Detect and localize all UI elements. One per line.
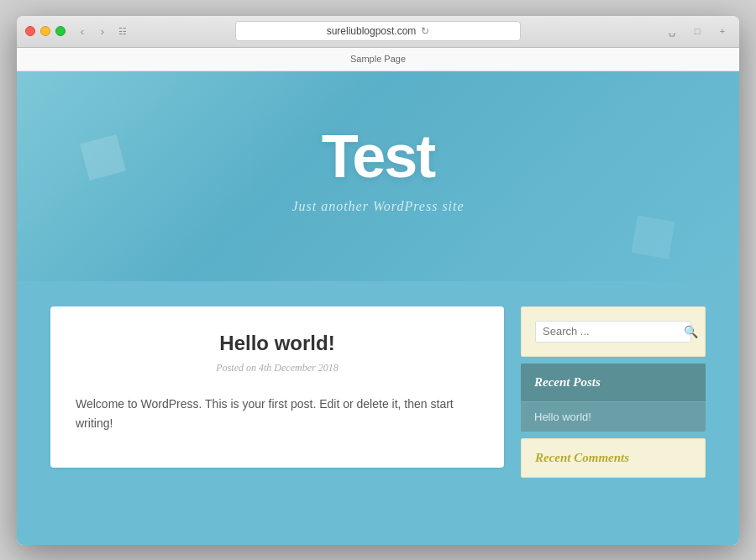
sample-page-link[interactable]: Sample Page <box>350 54 406 64</box>
widget-recent-posts: Recent Posts Hello world! <box>521 364 706 432</box>
site-nav: Sample Page <box>17 48 739 71</box>
sidebar-toggle[interactable]: ☷ <box>114 23 131 39</box>
back-button[interactable]: ‹ <box>74 23 91 39</box>
post-title: Hello world! <box>76 332 479 355</box>
add-tab-button[interactable]: + <box>714 23 731 39</box>
widget-search: 🔍 <box>521 306 706 357</box>
widget-recent-comments: Recent Comments <box>521 438 706 478</box>
recent-comments-title: Recent Comments <box>535 451 691 465</box>
post-meta: Posted on 4th December 2018 <box>76 362 479 374</box>
browser-window: ‹ › ☷ sureliublogpost.com ↻ ⍽ □ + Sample… <box>17 16 739 545</box>
sidebar: 🔍 Recent Posts Hello world! Recent Comme… <box>521 306 706 478</box>
search-box: 🔍 <box>535 321 691 343</box>
hero-section: Test Just another WordPress site <box>17 71 739 281</box>
close-button[interactable] <box>25 26 35 36</box>
main-layout: Hello world! Posted on 4th December 2018… <box>17 281 739 503</box>
recent-post-item[interactable]: Hello world! <box>521 401 706 432</box>
refresh-icon[interactable]: ↻ <box>421 25 429 37</box>
share-button[interactable]: ⍽ <box>664 23 680 39</box>
browser-nav: ‹ › <box>74 23 111 39</box>
address-bar[interactable]: sureliublogpost.com ↻ <box>235 21 521 41</box>
site-tagline: Just another WordPress site <box>34 199 722 214</box>
browser-toolbar-right: ⍽ □ + <box>660 23 731 39</box>
sticky-decoration-2 <box>631 215 675 259</box>
site-title: Test <box>34 122 722 191</box>
post-card: Hello world! Posted on 4th December 2018… <box>50 306 504 468</box>
minimize-button[interactable] <box>40 26 50 36</box>
maximize-button[interactable] <box>55 26 66 36</box>
website-content: Test Just another WordPress site Hello w… <box>17 71 739 545</box>
posts-area: Hello world! Posted on 4th December 2018… <box>50 306 504 468</box>
url-text: sureliublogpost.com <box>327 25 417 37</box>
new-tab-button[interactable]: □ <box>689 23 706 39</box>
browser-titlebar: ‹ › ☷ sureliublogpost.com ↻ ⍽ □ + <box>17 16 739 48</box>
search-input[interactable] <box>543 325 684 338</box>
post-content: Welcome to WordPress. This is your first… <box>76 395 479 435</box>
recent-posts-title: Recent Posts <box>521 364 706 401</box>
search-submit-button[interactable]: 🔍 <box>684 325 698 338</box>
address-bar-container: sureliublogpost.com ↻ <box>235 21 521 41</box>
forward-button[interactable]: › <box>94 23 111 39</box>
traffic-lights <box>25 26 66 36</box>
